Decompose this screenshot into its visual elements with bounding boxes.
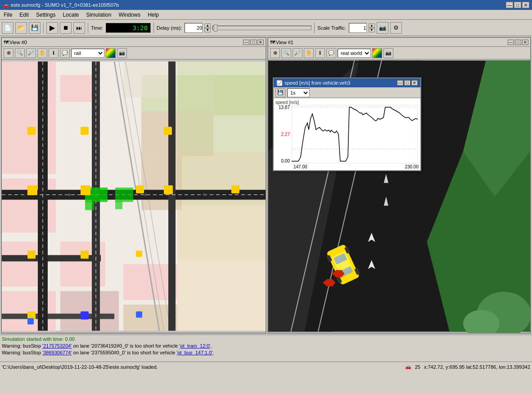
- view1-scheme-select[interactable]: real world rail standard: [338, 49, 371, 58]
- svg-rect-88: [292, 105, 418, 163]
- chart-x-min: 147.00: [293, 164, 307, 169]
- chart-save[interactable]: 💾: [275, 88, 285, 97]
- view0-zoom-fit[interactable]: ⊕: [4, 48, 14, 58]
- menu-help[interactable]: Help: [144, 11, 162, 19]
- delay-up[interactable]: ▲: [204, 23, 211, 28]
- view0-maximize[interactable]: □: [250, 40, 257, 45]
- scale-spinner[interactable]: ▲ ▼: [369, 23, 375, 32]
- delay-spinner[interactable]: ▲ ▼: [204, 23, 211, 32]
- svg-rect-51: [27, 318, 34, 325]
- menu-settings[interactable]: Settings: [32, 11, 59, 19]
- view1-color-scheme[interactable]: [372, 48, 382, 58]
- menu-edit[interactable]: Edit: [16, 11, 32, 19]
- file-path: 'C:\Users\bans_ol\Desktop\2019-11-22-10-…: [2, 364, 158, 370]
- view1-info[interactable]: ℹ: [315, 48, 325, 58]
- svg-rect-45: [164, 127, 172, 135]
- view0-tooltip[interactable]: 💬: [60, 48, 70, 58]
- play-button[interactable]: ▶: [46, 22, 58, 34]
- chart-x-max: 230.00: [311, 164, 419, 169]
- save-button[interactable]: 💾: [29, 22, 41, 34]
- view0-minimize[interactable]: —: [243, 40, 249, 45]
- view1-header: 🗺 View #1 — □ ✕: [268, 38, 530, 47]
- settings-button[interactable]: ⚙: [390, 22, 402, 34]
- view0-zoom-out[interactable]: 🔎: [26, 48, 36, 58]
- view1-zoom-out[interactable]: 🔎: [293, 48, 302, 58]
- svg-rect-41: [27, 251, 36, 259]
- view1-screenshot[interactable]: 📷: [383, 48, 393, 58]
- view0-info[interactable]: ℹ: [49, 48, 59, 58]
- menu-simulation[interactable]: Simulation: [82, 11, 115, 19]
- view1-maximize[interactable]: □: [515, 40, 521, 45]
- delay-input[interactable]: [185, 23, 203, 33]
- svg-rect-52: [136, 312, 142, 318]
- svg-rect-43: [27, 127, 36, 135]
- toolbar-separator-1: [43, 23, 44, 33]
- bus-stop-link-2[interactable]: '3869306774': [42, 350, 72, 355]
- svg-rect-37: [81, 186, 90, 195]
- chart-icon: 📈: [276, 80, 283, 86]
- step-forward-button[interactable]: ⏭: [73, 22, 85, 34]
- view1-pan[interactable]: ✋: [304, 48, 314, 58]
- chart-svg: [292, 105, 418, 163]
- svg-point-56: [203, 194, 206, 196]
- step-back-button[interactable]: ⏹: [60, 22, 72, 34]
- view1-zoom-fit[interactable]: ⊕: [270, 48, 280, 58]
- view1-title: View #1: [276, 40, 293, 45]
- title-bar: 🚗 este.sumocfg - SUMO v1_7_0+0381-ee105f…: [0, 0, 532, 10]
- view0-screenshot[interactable]: 📷: [117, 48, 127, 58]
- maximize-button[interactable]: □: [514, 2, 521, 8]
- delay-down[interactable]: ▼: [204, 28, 211, 32]
- svg-rect-8: [60, 291, 119, 331]
- view1-zoom-in[interactable]: 🔍: [281, 48, 291, 58]
- view1-toolbar: ⊕ 🔍 🔎 ✋ ℹ 💬 real world rail standard 📷: [268, 47, 530, 59]
- time-display: 3:20: [106, 23, 151, 33]
- view0-panel: 🗺 View #0 — □ ✕ ⊕ 🔍 🔎 ✋ ℹ 💬 rail real wo…: [1, 37, 266, 334]
- view0-color-scheme[interactable]: [106, 48, 116, 58]
- chart-controls[interactable]: — □ ✕: [397, 80, 418, 86]
- status-line-1: Simulation started with time: 0.00: [2, 336, 530, 343]
- chart-close[interactable]: ✕: [411, 80, 418, 86]
- view0-close[interactable]: ✕: [257, 40, 264, 45]
- chart-toolbar: 💾 1s 5s 10s: [274, 87, 420, 98]
- close-button[interactable]: ✕: [522, 2, 529, 8]
- scale-down[interactable]: ▼: [369, 28, 375, 32]
- svg-rect-50: [81, 312, 89, 320]
- menu-locate[interactable]: Locate: [59, 11, 82, 19]
- view1-tooltip[interactable]: 💬: [326, 48, 336, 58]
- delay-slider[interactable]: [212, 26, 311, 30]
- coords-display: x:742.72, y:695.95 lat:52.517786, lon:13…: [424, 364, 530, 370]
- speed-chart-dialog: 📈 speed [m/s] from vehicle:veh3 — □ ✕ 💾 …: [273, 77, 421, 171]
- status-bar: Simulation started with time: 0.00 Warni…: [0, 335, 532, 362]
- bottom-bar: 'C:\Users\bans_ol\Desktop\2019-11-22-10-…: [0, 362, 532, 371]
- vehicle-link-2[interactable]: 'pt_bus_147:1.0': [176, 350, 212, 355]
- view0-zoom-in[interactable]: 🔍: [15, 48, 25, 58]
- bus-stop-link-1[interactable]: '2175753204': [42, 343, 72, 349]
- chart-area: speed [m/s] 13.87 2.27 0.00: [274, 98, 420, 170]
- chart-interval-select[interactable]: 1s 5s 10s: [287, 88, 310, 97]
- chart-minimize[interactable]: —: [397, 80, 403, 86]
- view0-map[interactable]: 100m: [2, 59, 266, 333]
- view1-controls[interactable]: — □ ✕: [508, 40, 528, 45]
- svg-rect-33: [115, 188, 133, 202]
- screenshot-button[interactable]: 📷: [377, 22, 388, 34]
- minimize-button[interactable]: —: [506, 2, 513, 8]
- view0-header: 🗺 View #0 — □ ✕: [2, 38, 266, 47]
- window-title: este.sumocfg - SUMO v1_7_0+0381-ee105f50…: [11, 2, 119, 8]
- menu-file[interactable]: File: [0, 11, 16, 19]
- vehicle-link-1[interactable]: 'pt_tram_12:0': [180, 343, 211, 349]
- view1-map[interactable]: 0 1m 📈 speed [m/s] from vehicle:veh3 — □…: [268, 59, 530, 333]
- menu-windows[interactable]: Windows: [115, 11, 144, 19]
- view1-minimize[interactable]: —: [508, 40, 514, 45]
- svg-rect-28: [168, 62, 176, 331]
- view1-close[interactable]: ✕: [522, 40, 528, 45]
- view0-pan[interactable]: ✋: [37, 48, 47, 58]
- window-controls[interactable]: — □ ✕: [506, 2, 529, 8]
- scale-up[interactable]: ▲: [369, 23, 375, 28]
- scale-input[interactable]: [349, 23, 367, 33]
- chart-maximize[interactable]: □: [404, 80, 410, 86]
- car-icon: 🚗: [405, 364, 411, 370]
- view0-controls[interactable]: — □ ✕: [243, 40, 264, 45]
- new-button[interactable]: 📄: [2, 22, 14, 34]
- open-button[interactable]: 📂: [15, 22, 27, 34]
- view0-scheme-select[interactable]: rail real world standard: [71, 49, 104, 58]
